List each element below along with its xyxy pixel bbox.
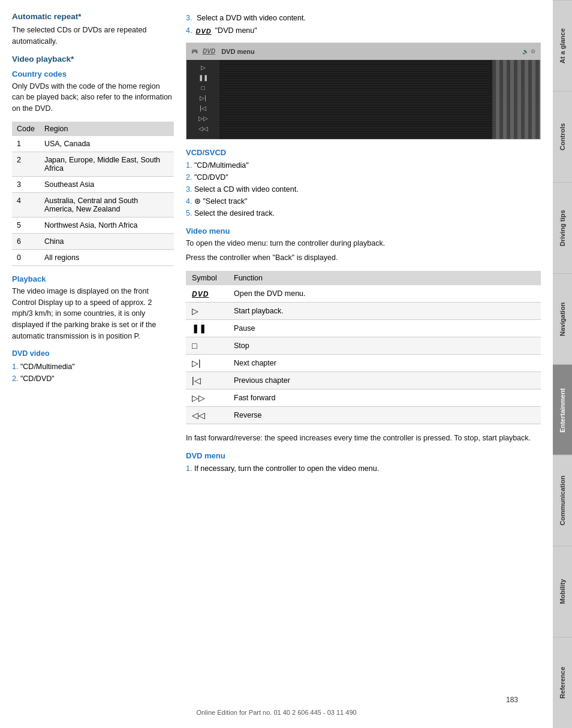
automatic-repeat-section: Automatic repeat* The selected CDs or DV… [12, 12, 174, 47]
table-row: 3Southeast Asia [12, 176, 174, 192]
sidebar-tab-controls[interactable]: Controls [553, 91, 572, 182]
dvd-logo-step4: DVD [195, 26, 211, 37]
symbol-header: Symbol [186, 271, 228, 285]
table-row: 6China [12, 233, 174, 249]
page-footer: Online Edition for Part no. 01 40 2 606 … [0, 709, 553, 716]
sidebar-tab-driving-tips[interactable]: Driving tips [553, 182, 572, 273]
video-menu-section: Video menu To open the video menu: turn … [186, 226, 541, 444]
video-playback-title: Video playback* [12, 55, 174, 64]
table-row: ▷|Next chapter [186, 355, 541, 372]
list-item: 2. "CD/DVD" [12, 373, 174, 385]
dvd-video-title: DVD video [12, 349, 174, 358]
country-codes-body: Only DVDs with the code of the home regi… [12, 81, 174, 114]
table-cell-code: 4 [12, 192, 40, 217]
dvd-bar-logo: DVD [203, 48, 215, 55]
table-row: ▷Start playback. [186, 303, 541, 320]
table-row: ◁◁Reverse [186, 407, 541, 424]
automatic-repeat-body: The selected CDs or DVDs are repeated au… [12, 25, 174, 47]
dvd-screenshot: 🎮 DVD DVD menu 🔊 ⚙ ▷ ❚❚ □ ▷| |◁ ▷▷ [186, 43, 541, 140]
sidebar-tab-communication[interactable]: Communication [553, 455, 572, 546]
table-row: ▷▷Fast forward [186, 389, 541, 407]
table-cell-region: Northwest Asia, North Africa [40, 217, 174, 233]
table-cell-region: Australia, Central and South America, Ne… [40, 192, 174, 217]
dvd-video-steps: 1. "CD/Multimedia"2. "CD/DVD" [12, 361, 174, 385]
sidebar-tab-entertainment[interactable]: Entertainment [553, 364, 572, 455]
table-row: |◁Previous chapter [186, 372, 541, 389]
table-cell-function: Previous chapter [228, 372, 541, 389]
country-codes-table: Code Region 1USA, Canada2Japan, Europe, … [12, 122, 174, 266]
step3-num: 3. [186, 14, 192, 22]
table-cell-symbol: ▷▷ [186, 389, 228, 407]
table-row: DVDOpen the DVD menu. [186, 285, 541, 303]
table-header-code: Code [12, 122, 40, 136]
table-cell-region: Japan, Europe, Middle East, South Africa [40, 152, 174, 176]
table-cell-symbol: ▷| [186, 355, 228, 372]
sidebar-tab-at-a-glance[interactable]: At a glance [553, 0, 572, 91]
list-item: 4. ⊛ "Select track" [186, 195, 541, 207]
sidebar-tab-navigation[interactable]: Navigation [553, 273, 572, 364]
video-playback-section: Video playback* Country codes Only DVDs … [12, 55, 174, 266]
list-item: 2. "CD/DVD" [186, 171, 541, 183]
top-steps: 3. Select a DVD with video content. 4. D… [186, 12, 541, 38]
table-row: 5Northwest Asia, North Africa [12, 217, 174, 233]
table-cell-function: Stop [228, 337, 541, 355]
table-row: ❚❚Pause [186, 320, 541, 337]
table-row: □Stop [186, 337, 541, 355]
table-cell-region: China [40, 233, 174, 249]
table-row: 4Australia, Central and South America, N… [12, 192, 174, 217]
page-number: 183 [506, 696, 542, 704]
step3-text: Select a DVD with video content. [197, 14, 306, 22]
table-cell-code: 5 [12, 217, 40, 233]
sidebar-tab-reference[interactable]: Reference [553, 637, 572, 728]
dvd-stripes [492, 60, 540, 139]
dvd-menu-steps: 1. If necessary, turn the controller to … [186, 463, 541, 475]
table-cell-symbol: ❚❚ [186, 320, 228, 337]
table-cell-symbol: DVD [186, 285, 228, 303]
country-codes-title: Country codes [12, 70, 174, 78]
table-cell-region: USA, Canada [40, 136, 174, 152]
table-cell-code: 3 [12, 176, 40, 192]
playback-section: Playback The video image is displayed on… [12, 274, 174, 385]
sidebar-tab-mobility[interactable]: Mobility [553, 546, 572, 637]
vcd-svcd-steps: 1. "CD/Multimedia"2. "CD/DVD"3. Select a… [186, 159, 541, 219]
dvd-video-section: DVD video 1. "CD/Multimedia"2. "CD/DVD" [12, 349, 174, 385]
dvd-video-area [219, 60, 492, 139]
automatic-repeat-title: Automatic repeat* [12, 12, 174, 21]
playback-body: The video image is displayed on the fron… [12, 286, 174, 342]
fast-forward-body: In fast forward/reverse: the speed incre… [186, 433, 541, 444]
list-item: 1. "CD/Multimedia" [186, 159, 541, 171]
playback-title: Playback [12, 274, 174, 283]
table-cell-function: Open the DVD menu. [228, 285, 541, 303]
table-cell-symbol: ◁◁ [186, 407, 228, 424]
dvd-menu-section2: DVD menu 1. If necessary, turn the contr… [186, 451, 541, 475]
table-cell-function: Next chapter [228, 355, 541, 372]
dvd-bar-icons-right: 🔊 ⚙ [522, 49, 535, 55]
list-item: 3. Select a CD with video content. [186, 183, 541, 195]
video-menu-body1: To open the video menu: turn the control… [186, 238, 541, 249]
dvd-controls-panel: ▷ ❚❚ □ ▷| |◁ ▷▷ ◁◁ [186, 60, 219, 139]
video-menu-title: Video menu [186, 226, 541, 235]
table-cell-region: All regions [40, 249, 174, 265]
sidebar-tabs: At a glance Controls Driving tips Naviga… [553, 0, 572, 728]
table-cell-function: Pause [228, 320, 541, 337]
table-row: 0All regions [12, 249, 174, 265]
table-row: 1USA, Canada [12, 136, 174, 152]
video-menu-body2: Press the controller when "Back" is disp… [186, 252, 541, 264]
table-cell-function: Reverse [228, 407, 541, 424]
country-codes-section: Country codes Only DVDs with the code of… [12, 70, 174, 266]
vcd-svcd-section: VCD/SVCD 1. "CD/Multimedia"2. "CD/DVD"3.… [186, 148, 541, 219]
step4-text: "DVD menu" [215, 25, 257, 37]
table-cell-code: 6 [12, 233, 40, 249]
list-item: 5. Select the desired track. [186, 207, 541, 219]
table-cell-code: 0 [12, 249, 40, 265]
table-cell-function: Start playback. [228, 303, 541, 320]
table-header-region: Region [40, 122, 174, 136]
table-cell-function: Fast forward [228, 389, 541, 407]
table-cell-symbol: ▷ [186, 303, 228, 320]
vcd-svcd-title: VCD/SVCD [186, 148, 541, 157]
list-item: 1. "CD/Multimedia" [12, 361, 174, 373]
table-cell-symbol: □ [186, 337, 228, 355]
dvd-bar-icon: 🎮 [191, 49, 198, 55]
dvd-menu-bar-label: DVD menu [221, 48, 255, 55]
step4-num: 4. [186, 25, 192, 37]
